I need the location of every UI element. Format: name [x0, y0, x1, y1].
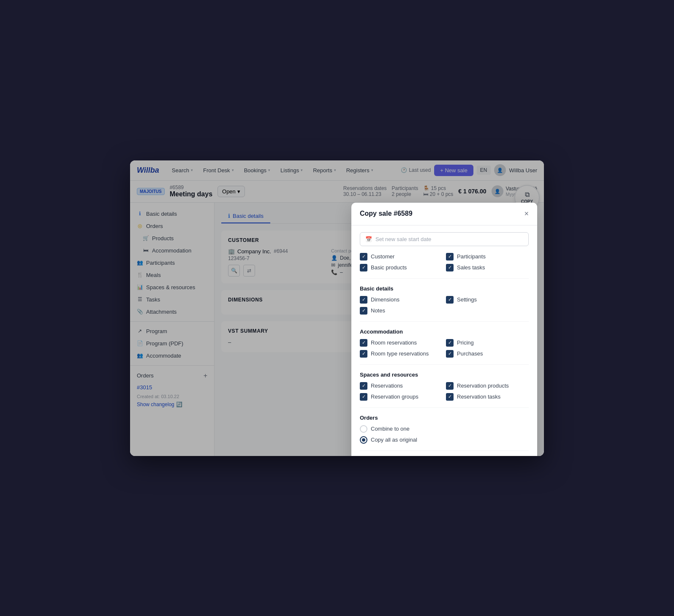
top-checkboxes-section: ✓ Customer ✓ Participants ✓ Basic produc…: [360, 253, 529, 279]
accommodation-section-title: Accommodation: [360, 328, 529, 335]
modal-overlay: Copy sale #6589 × 📅 Set new sale start d…: [130, 160, 544, 456]
orders-radio-title: Orders: [360, 415, 529, 421]
radio-circle-combine: [360, 425, 367, 433]
spaces-resources-section: Spaces and resources ✓ Reservations ✓ Re…: [360, 372, 529, 408]
radio-combine-one[interactable]: Combine to one: [360, 425, 529, 433]
radio-circle-copy-original: [360, 436, 367, 444]
modal-body: 📅 Set new sale start date ✓ Customer ✓ P…: [351, 225, 537, 456]
checkbox-dimensions[interactable]: ✓ Dimensions: [360, 296, 443, 304]
checkbox-pricing[interactable]: ✓ Pricing: [446, 339, 529, 347]
basic-details-section-title: Basic details: [360, 285, 529, 292]
modal-title: Copy sale #6589: [360, 210, 413, 217]
basic-details-section: Basic details ✓ Dimensions ✓ Settings ✓: [360, 285, 529, 322]
accommodation-checkbox-grid: ✓ Room reservations ✓ Pricing ✓ Room typ…: [360, 339, 529, 358]
app-window: Willba Search ▾ Front Desk ▾ Bookings ▾ …: [130, 160, 544, 456]
checkbox-reservation-tasks[interactable]: ✓ Reservation tasks: [446, 393, 529, 401]
checkbox-reservations[interactable]: ✓ Reservations: [360, 382, 443, 390]
top-checkbox-grid: ✓ Customer ✓ Participants ✓ Basic produc…: [360, 253, 529, 271]
checkbox-settings[interactable]: ✓ Settings: [446, 296, 529, 304]
copy-sale-modal: Copy sale #6589 × 📅 Set new sale start d…: [351, 203, 537, 456]
checkbox-customer[interactable]: ✓ Customer: [360, 253, 443, 261]
radio-copy-original[interactable]: Copy all as original: [360, 436, 529, 444]
checkbox-notes[interactable]: ✓ Notes: [360, 307, 443, 315]
basic-details-checkbox-grid: ✓ Dimensions ✓ Settings ✓ Notes: [360, 296, 529, 315]
accommodation-section: Accommodation ✓ Room reservations ✓ Pric…: [360, 328, 529, 365]
date-input-row[interactable]: 📅 Set new sale start date: [360, 232, 529, 246]
checkbox-basic-products[interactable]: ✓ Basic products: [360, 264, 443, 271]
orders-radio-section: Orders Combine to one Copy all as origin…: [360, 415, 529, 451]
checkbox-sales-tasks[interactable]: ✓ Sales tasks: [446, 264, 529, 271]
checkbox-purchases[interactable]: ✓ Purchases: [446, 350, 529, 358]
orders-radio-group: Combine to one Copy all as original: [360, 425, 529, 444]
modal-header: Copy sale #6589 ×: [351, 203, 537, 225]
modal-close-button[interactable]: ×: [524, 209, 529, 218]
checkbox-reservation-products[interactable]: ✓ Reservation products: [446, 382, 529, 390]
checkbox-participants[interactable]: ✓ Participants: [446, 253, 529, 261]
checkbox-reservation-groups[interactable]: ✓ Reservation groups: [360, 393, 443, 401]
spaces-resources-section-title: Spaces and resources: [360, 372, 529, 378]
spaces-resources-checkbox-grid: ✓ Reservations ✓ Reservation products ✓ …: [360, 382, 529, 401]
checkbox-room-reservations[interactable]: ✓ Room reservations: [360, 339, 443, 347]
calendar-icon: 📅: [365, 236, 372, 242]
checkbox-room-type-reservations[interactable]: ✓ Room type reservations: [360, 350, 443, 358]
